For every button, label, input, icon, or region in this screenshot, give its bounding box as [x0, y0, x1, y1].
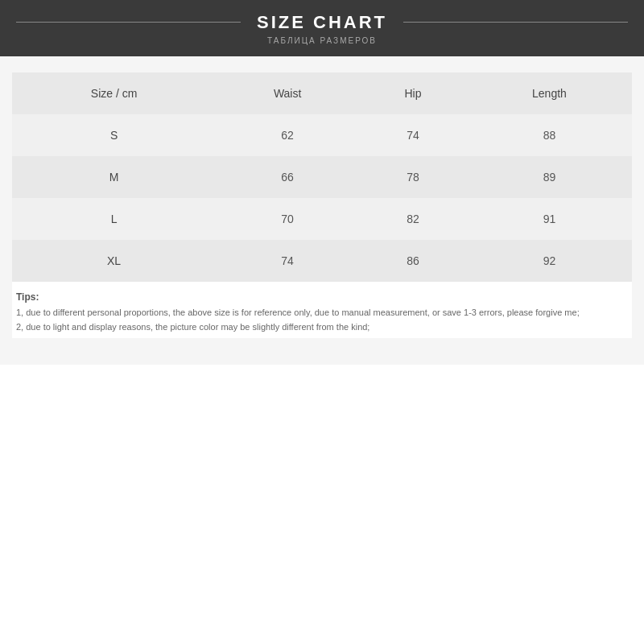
col-header-size: Size / cm — [12, 72, 216, 114]
cell-waist-2: 70 — [216, 198, 359, 240]
col-header-hip: Hip — [359, 72, 467, 114]
cell-hip-3: 86 — [359, 240, 467, 282]
cell-size-2: L — [12, 198, 216, 240]
table-row: S627488 — [12, 114, 632, 156]
cell-length-2: 91 — [467, 198, 632, 240]
title-section: SIZE CHART ТАБЛИЦА РАЗМЕРОВ — [0, 0, 644, 56]
title-row: SIZE CHART — [0, 12, 644, 33]
cell-length-3: 92 — [467, 240, 632, 282]
content-area: Size / cm Waist Hip Length S627488M66788… — [0, 56, 644, 365]
tips-item-2: 2, due to light and display reasons, the… — [16, 320, 628, 335]
title-line-right — [403, 22, 628, 23]
cell-hip-2: 82 — [359, 198, 467, 240]
cell-size-1: M — [12, 156, 216, 198]
cell-waist-0: 62 — [216, 114, 359, 156]
cell-waist-3: 74 — [216, 240, 359, 282]
cell-length-1: 89 — [467, 156, 632, 198]
cell-length-0: 88 — [467, 114, 632, 156]
page-title: SIZE CHART — [257, 12, 387, 33]
cell-size-3: XL — [12, 240, 216, 282]
title-line-left — [16, 22, 241, 23]
tips-item-1: 1, due to different personal proportions… — [16, 306, 628, 320]
cell-hip-0: 74 — [359, 114, 467, 156]
cell-size-0: S — [12, 114, 216, 156]
table-header-row: Size / cm Waist Hip Length — [12, 72, 632, 114]
table-row: XL748692 — [12, 240, 632, 282]
tips-section: Tips: 1, due to different personal propo… — [12, 282, 632, 338]
table-row: L708291 — [12, 198, 632, 240]
cell-waist-1: 66 — [216, 156, 359, 198]
tips-title: Tips: — [16, 291, 628, 303]
col-header-length: Length — [467, 72, 632, 114]
table-row: M667889 — [12, 156, 632, 198]
page-subtitle: ТАБЛИЦА РАЗМЕРОВ — [267, 36, 377, 45]
size-table: Size / cm Waist Hip Length S627488M66788… — [12, 72, 632, 282]
bottom-area — [0, 365, 644, 645]
cell-hip-1: 78 — [359, 156, 467, 198]
col-header-waist: Waist — [216, 72, 359, 114]
page-wrapper: SIZE CHART ТАБЛИЦА РАЗМЕРОВ Size / cm Wa… — [0, 0, 644, 644]
